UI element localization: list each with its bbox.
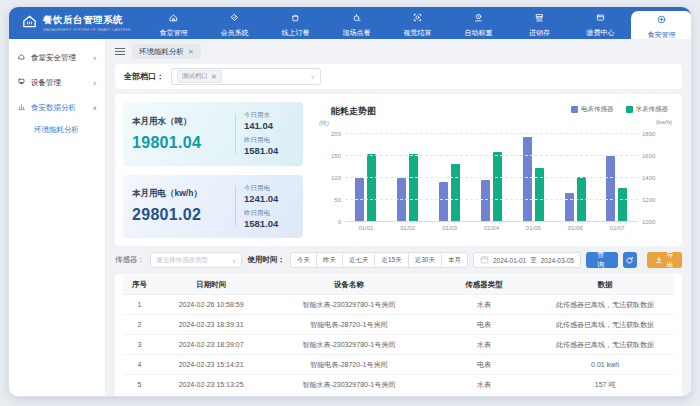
table-row: 32024-02-23 18:39:07智能水表-230329780-1号房间水… — [123, 335, 674, 355]
chart-title: 能耗走势图 — [331, 105, 376, 118]
tab-label: 环境能耗分析 — [139, 47, 184, 57]
date-range-picker[interactable]: 2024-01-01 至 2024-03-05 — [473, 252, 581, 268]
chart-legend: 电表传感器 水表传感器 — [571, 105, 668, 114]
legend-label: 水表传感器 — [636, 105, 669, 114]
table-cell: 2024-02-23 15:14:21 — [156, 355, 266, 375]
sidebar-item-label: 食堂安全管理 — [31, 53, 76, 63]
sensor-type-select[interactable]: 请选择传感器类型 ∨ — [150, 252, 242, 268]
topnav-item-payment[interactable]: 缴费中心 — [570, 7, 631, 39]
topnav-item-canteen[interactable]: 食堂管理 — [143, 7, 204, 39]
collapse-menu-icon[interactable] — [115, 48, 125, 55]
bar-电表传感器-01/04 — [481, 180, 490, 222]
table-header-cell: 设备名称 — [266, 275, 431, 295]
table-cell: 智能水表-230329780-1号房间 — [266, 295, 431, 315]
tab-close-icon[interactable]: ✕ — [188, 48, 194, 55]
topnav-item-label: 进销存 — [529, 28, 550, 38]
topnav-item-vision-checkout[interactable]: 视觉结算 — [387, 7, 448, 39]
chart-gridline — [345, 199, 638, 200]
time-range-button-5[interactable]: 本月 — [441, 252, 468, 268]
bar-水表传感器-01/04 — [493, 152, 502, 222]
table-cell: 此传感器已离线，无法获取数据 — [536, 335, 674, 355]
time-range-button-0[interactable]: 今天 — [290, 252, 317, 268]
stat-elec-yesterday-label: 昨日用电 — [244, 209, 294, 218]
bar-group-01/03 — [439, 134, 460, 222]
table-cell: 智能水表-230329780-1号房间 — [266, 335, 431, 355]
time-range-buttons: 今天昨天近七天近15天近30天本月 — [290, 252, 468, 268]
device-icon — [17, 77, 26, 88]
topnav-items: 食堂管理 会员系统 线上订餐 现场点餐 视觉结算 自动称重 进销存 缴费中心 食… — [139, 7, 692, 39]
legend-item-电表传感器[interactable]: 电表传感器 — [571, 105, 614, 114]
payment-icon — [595, 9, 606, 27]
topnav-item-member[interactable]: 会员系统 — [204, 7, 265, 39]
bar-group-01/05 — [523, 134, 544, 222]
table-cell: 水表 — [432, 395, 537, 397]
topnav-item-inventory[interactable]: 进销存 — [509, 7, 570, 39]
topnav-item-food-safety[interactable]: 食安管理 — [631, 11, 692, 39]
time-filter-label: 使用时间： — [247, 255, 285, 265]
sidebar-item-analysis[interactable]: 食安数据分析 ∧ — [9, 95, 105, 120]
tab-bar: 环境能耗分析 ✕ — [115, 44, 682, 59]
content: 环境能耗分析 ✕ 全部档口： 测试档口 ✕ ∨ — [106, 39, 691, 396]
sidebar-item-safety[interactable]: 食堂安全管理 ∨ — [9, 45, 105, 70]
export-button[interactable]: 导出 — [647, 252, 682, 268]
x-axis-label: 01/05 — [512, 225, 554, 231]
right-axis-tick: 1400 — [642, 175, 672, 181]
dashboard-card: 本月用水（吨） 19801.04 今日用水 141.04 昨日用电 1581 — [115, 94, 682, 246]
table-body: 12024-02-26 10:58:59智能水表-230329780-1号房间水… — [123, 295, 674, 397]
time-range-button-3[interactable]: 近15天 — [374, 252, 408, 268]
table-cell: 5 — [123, 375, 156, 395]
sidebar: 食堂安全管理 ∨ 设备管理 ∨ 食安数据分析 ∧环境能耗分析 — [9, 39, 106, 396]
time-range-button-1[interactable]: 昨天 — [316, 252, 343, 268]
table-cell: 电表 — [432, 315, 537, 335]
divider — [235, 186, 236, 226]
time-range-button-4[interactable]: 近30天 — [408, 252, 442, 268]
topnav-item-online-order[interactable]: 线上订餐 — [265, 7, 326, 39]
sidebar-item-device[interactable]: 设备管理 ∨ — [9, 70, 105, 95]
sensor-filter-label: 传感器： — [115, 255, 145, 265]
vision-checkout-icon — [412, 9, 423, 27]
legend-swatch — [571, 106, 578, 113]
chart-x-axis-labels: 01/0101/0201/0301/0401/0501/0601/07 — [345, 225, 638, 231]
stat-water-title: 本月用水（吨） — [132, 116, 227, 128]
sidebar-subitem-env-energy[interactable]: 环境能耗分析 — [9, 120, 105, 140]
left-axis-tick: 50 — [317, 197, 341, 203]
topnav-item-auto-weigh[interactable]: 自动称重 — [448, 7, 509, 39]
stall-tag-close-icon[interactable]: ✕ — [211, 73, 217, 80]
table-cell: 0.01 kwh — [536, 355, 674, 375]
topnav-item-label: 会员系统 — [221, 28, 249, 38]
date-start[interactable]: 2024-01-01 — [493, 257, 526, 264]
x-axis-label: 01/07 — [596, 225, 638, 231]
date-end[interactable]: 2024-03-05 — [541, 257, 574, 264]
bar-group-01/04 — [481, 134, 502, 222]
right-axis-tick: 1800 — [642, 131, 672, 137]
inventory-icon — [534, 9, 545, 27]
chevron-down-icon: ∨ — [311, 73, 315, 80]
topnav-item-label: 现场点餐 — [343, 28, 371, 38]
stat-water-main: 本月用水（吨） 19801.04 — [132, 116, 227, 152]
stat-elec-today-label: 今日用电 — [244, 184, 294, 193]
chart-bars — [345, 134, 638, 222]
stall-select[interactable]: 测试档口 ✕ ∨ — [171, 68, 321, 85]
topnav-item-label: 食安管理 — [648, 30, 676, 40]
chevron-down-icon: ∨ — [93, 79, 97, 86]
search-button[interactable]: 查询 — [586, 252, 618, 268]
table-cell: 2024-02-23 18:39:31 — [156, 315, 266, 335]
download-icon — [655, 256, 663, 265]
x-axis-label: 01/01 — [345, 225, 387, 231]
table-header-row: 序号日期时间设备名称传感器类型数据 — [123, 275, 674, 295]
chart-plot-area: 01/0101/0201/0301/0401/0501/0601/07 0100… — [345, 134, 638, 222]
auto-weigh-icon — [473, 9, 484, 27]
table-cell: 2024-02-23 18:39:07 — [156, 335, 266, 355]
main-area: 食堂安全管理 ∨ 设备管理 ∨ 食安数据分析 ∧环境能耗分析 环境能耗分析 ✕ — [9, 39, 691, 396]
topnav-item-dine-in[interactable]: 现场点餐 — [326, 7, 387, 39]
bar-电表传感器-01/06 — [565, 193, 574, 222]
chevron-up-icon: ∧ — [93, 104, 97, 111]
bar-电表传感器-01/05 — [523, 137, 532, 222]
time-range-button-2[interactable]: 近七天 — [342, 252, 376, 268]
legend-item-水表传感器[interactable]: 水表传感器 — [626, 105, 669, 114]
stat-water-yesterday-label: 昨日用电 — [244, 136, 294, 145]
tab-env-energy-analysis[interactable]: 环境能耗分析 ✕ — [132, 44, 201, 59]
refresh-button[interactable] — [623, 252, 637, 268]
app-window: 餐饮后台管理系统 MANAGEMENT SYSTEM OF SMART CANT… — [8, 6, 692, 397]
topnav-item-label: 缴费中心 — [587, 28, 615, 38]
